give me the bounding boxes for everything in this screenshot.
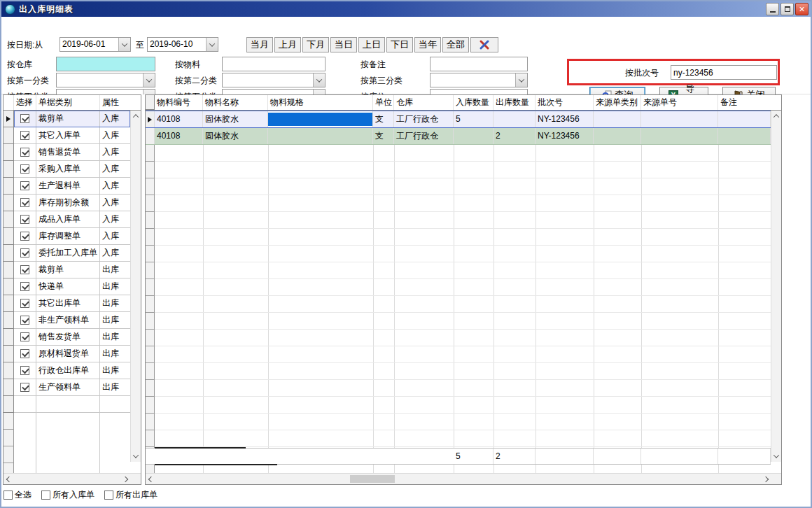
- date-from-select[interactable]: 2019-06-01: [59, 37, 131, 52]
- minimize-button[interactable]: [766, 3, 779, 15]
- col-source-type-header[interactable]: 来源单类别: [594, 95, 641, 110]
- col-source-no-header[interactable]: 来源单号: [641, 95, 718, 110]
- quick-prev-month-button[interactable]: 上月: [274, 37, 301, 52]
- category1-select[interactable]: [56, 73, 155, 87]
- scroll-left-icon[interactable]: [6, 476, 12, 481]
- row-checkbox[interactable]: [20, 366, 29, 375]
- table-row[interactable]: 40108 固体胶水 支 工厂行政仓 2 NY-123456: [146, 128, 771, 145]
- qty-out-cell[interactable]: [493, 111, 536, 127]
- scroll-up-icon[interactable]: [133, 114, 139, 120]
- quick-current-day-button[interactable]: 当日: [330, 37, 357, 52]
- quick-next-day-button[interactable]: 下日: [386, 37, 413, 52]
- doc-grid-horizontal-scrollbar[interactable]: [4, 473, 141, 484]
- row-select-cell[interactable]: [14, 127, 36, 144]
- category2-select[interactable]: [222, 73, 326, 87]
- date-to-select[interactable]: 2019-06-10: [147, 37, 218, 52]
- all-inbound-checkbox[interactable]: [41, 491, 50, 500]
- table-row[interactable]: 成品入库单 入库: [4, 211, 130, 228]
- table-row[interactable]: 库存期初余额 入库: [4, 195, 130, 211]
- row-select-cell[interactable]: [14, 211, 36, 228]
- row-select-cell[interactable]: [14, 379, 36, 396]
- row-checkbox[interactable]: [20, 114, 29, 123]
- source-no-cell[interactable]: [641, 128, 718, 144]
- unit-cell[interactable]: 支: [373, 111, 394, 127]
- material-name-cell[interactable]: 固体胶水: [203, 128, 268, 144]
- row-select-cell[interactable]: [14, 228, 36, 245]
- date-from-dropdown-button[interactable]: [118, 38, 130, 51]
- row-select-cell[interactable]: [14, 346, 36, 362]
- select-all-checkbox[interactable]: [4, 491, 13, 500]
- table-row[interactable]: 采购入库单 入库: [4, 161, 130, 178]
- row-checkbox[interactable]: [20, 282, 29, 291]
- close-button[interactable]: ✕: [795, 3, 808, 15]
- table-row[interactable]: 行政仓出库单 出库: [4, 362, 130, 379]
- col-material-code-header[interactable]: 物料编号: [155, 95, 203, 110]
- row-checkbox[interactable]: [20, 332, 29, 341]
- row-select-cell[interactable]: [14, 262, 36, 278]
- row-checkbox[interactable]: [20, 164, 29, 174]
- scroll-down-icon[interactable]: [774, 452, 779, 458]
- table-row[interactable]: 裁剪单 入库: [4, 111, 130, 127]
- warehouse-cell[interactable]: 工厂行政仓: [394, 128, 454, 144]
- warehouse-filter-input[interactable]: [56, 57, 155, 71]
- row-select-cell[interactable]: [14, 295, 36, 312]
- row-checkbox[interactable]: [20, 198, 29, 207]
- table-row[interactable]: 裁剪单 出库: [4, 262, 130, 278]
- remark-filter-input[interactable]: [430, 57, 528, 71]
- row-checkbox[interactable]: [20, 316, 29, 325]
- detail-grid-horizontal-scrollbar[interactable]: [146, 473, 781, 484]
- all-outbound-checkbox[interactable]: [104, 491, 113, 500]
- row-checkbox[interactable]: [20, 215, 29, 224]
- col-unit-header[interactable]: 单位: [373, 95, 394, 110]
- row-checkbox[interactable]: [20, 131, 29, 140]
- remark-cell[interactable]: [718, 128, 771, 144]
- qty-out-cell[interactable]: 2: [493, 128, 536, 144]
- row-checkbox[interactable]: [20, 299, 29, 308]
- batch-cell[interactable]: NY-123456: [536, 128, 594, 144]
- row-select-cell[interactable]: [14, 161, 36, 178]
- scroll-right-icon[interactable]: [763, 476, 769, 481]
- source-type-cell[interactable]: [594, 128, 641, 144]
- scroll-down-icon[interactable]: [133, 452, 139, 458]
- source-no-cell[interactable]: [641, 111, 718, 127]
- material-code-cell[interactable]: 40108: [155, 111, 203, 127]
- col-select-header[interactable]: 选择: [14, 95, 36, 110]
- row-select-cell[interactable]: [14, 144, 36, 161]
- unit-cell[interactable]: 支: [373, 128, 394, 144]
- quick-next-month-button[interactable]: 下月: [302, 37, 329, 52]
- row-checkbox[interactable]: [20, 265, 29, 274]
- row-checkbox[interactable]: [20, 181, 29, 190]
- table-row[interactable]: 原材料退货单 出库: [4, 346, 130, 362]
- quick-current-year-button[interactable]: 当年: [414, 37, 441, 52]
- select-all-checkbox-group[interactable]: 全选: [4, 489, 31, 501]
- table-row[interactable]: 非生产领料单 出库: [4, 312, 130, 329]
- col-doctype-header[interactable]: 单据类别: [36, 95, 100, 110]
- quick-prev-day-button[interactable]: 上日: [358, 37, 385, 52]
- row-select-cell[interactable]: [14, 278, 36, 295]
- row-select-cell[interactable]: [14, 111, 36, 127]
- doc-grid-vertical-scrollbar[interactable]: [130, 111, 141, 462]
- table-row[interactable]: 生产退料单 入库: [4, 178, 130, 195]
- col-attr-header[interactable]: 属性: [100, 95, 141, 110]
- row-select-cell[interactable]: [14, 195, 36, 211]
- detail-grid-vertical-scrollbar[interactable]: [771, 111, 781, 462]
- category3-select[interactable]: [430, 73, 528, 87]
- category3-dropdown-button[interactable]: [515, 73, 527, 87]
- row-checkbox[interactable]: [20, 148, 29, 157]
- scroll-up-icon[interactable]: [774, 114, 779, 120]
- row-select-cell[interactable]: [14, 178, 36, 195]
- table-row[interactable]: 销售退货单 入库: [4, 144, 130, 161]
- category1-dropdown-button[interactable]: [143, 73, 155, 87]
- col-warehouse-header[interactable]: 仓库: [394, 95, 454, 110]
- remark-cell[interactable]: [718, 111, 771, 127]
- quick-all-button[interactable]: 全部: [442, 37, 469, 52]
- table-row[interactable]: 其它出库单 出库: [4, 295, 130, 312]
- row-select-cell[interactable]: [14, 312, 36, 329]
- batch-filter-input[interactable]: [671, 65, 777, 80]
- scrollbar-thumb[interactable]: [350, 475, 395, 483]
- warehouse-cell[interactable]: 工厂行政仓: [394, 111, 454, 127]
- qty-in-cell[interactable]: [454, 128, 493, 144]
- row-select-cell[interactable]: [14, 329, 36, 346]
- material-spec-cell[interactable]: [268, 128, 373, 144]
- row-checkbox[interactable]: [20, 248, 29, 257]
